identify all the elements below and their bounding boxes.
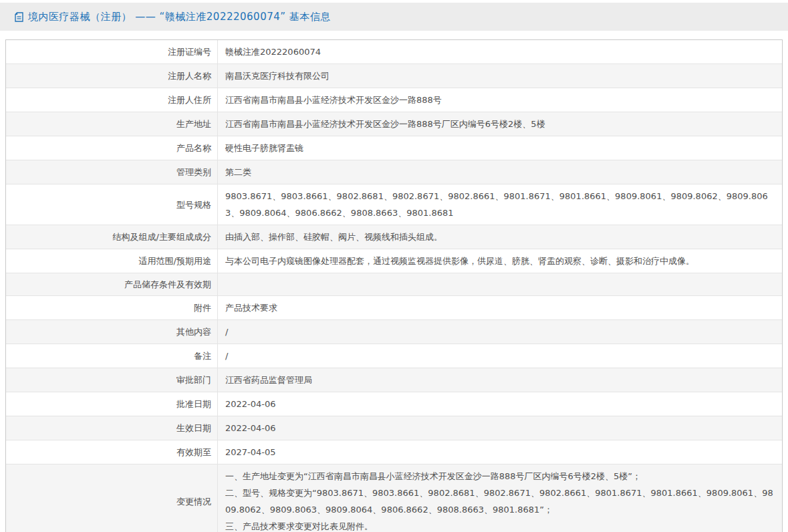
row-label: 审批部门 [6, 368, 218, 392]
row-value [218, 273, 782, 295]
row-label-text: 产品名称 [176, 140, 211, 156]
row-label: 批准日期 [6, 392, 218, 416]
row-label: 附件 [6, 296, 218, 319]
table-row: 注册人住所江西省南昌市南昌县小蓝经济技术开发区金沙一路888号 [6, 88, 782, 112]
table-row: 产品储存条件及有效期 [6, 273, 782, 296]
row-label: 产品名称 [6, 136, 218, 160]
table-row: 变更情况一、生产地址变更为“江西省南昌市南昌县小蓝经济技术开发区金沙一路888号… [6, 464, 782, 532]
row-label-text: 批准日期 [176, 396, 211, 412]
row-value: 硬性电子膀胱肾盂镜 [218, 136, 782, 160]
page-header: 境内医疗器械（注册） —— “赣械注准20222060074” 基本信息 [0, 3, 788, 31]
row-value: 第二类 [218, 160, 782, 184]
row-label-text: 其他内容 [176, 324, 211, 340]
row-value: 江西省南昌市南昌县小蓝经济技术开发区金沙一路888号 [218, 88, 782, 112]
row-label: 结构及组成/主要组成成分 [6, 225, 218, 249]
row-label: 有效期至 [6, 440, 218, 464]
row-label-text: 变更情况 [176, 494, 211, 509]
row-value: 由插入部、操作部、硅胶帽、阀片、视频线和插头组成。 [218, 225, 782, 249]
row-label: 生产地址 [6, 112, 218, 136]
row-label-text: 生效日期 [176, 420, 211, 436]
table-row: 管理类别第二类 [6, 160, 782, 184]
table-row: 审批部门江西省药品监督管理局 [6, 368, 782, 392]
row-value: 2022-04-06 [218, 392, 782, 416]
table-row: 结构及组成/主要组成成分由插入部、操作部、硅胶帽、阀片、视频线和插头组成。 [6, 225, 782, 249]
row-label-text: 结构及组成/主要组成成分 [113, 229, 211, 245]
row-value: 江西省药品监督管理局 [218, 368, 782, 392]
table-row: 生产地址江西省南昌市南昌县小蓝经济技术开发区金沙一路888号厂区内编号6号楼2楼… [6, 112, 782, 136]
row-label: 备注 [6, 344, 218, 368]
table-row: 有效期至2027-04-05 [6, 440, 782, 464]
row-label: 注册人名称 [6, 64, 218, 88]
table-row: 附件产品技术要求 [6, 296, 782, 320]
row-value: / [218, 320, 782, 344]
row-label: 其他内容 [6, 320, 218, 344]
row-label-text: 附件 [194, 300, 211, 315]
row-label-text: 型号规格 [176, 197, 211, 213]
row-label: 注册证编号 [6, 40, 218, 63]
row-value: 与本公司电子内窥镜图像处理器配套，通过视频监视器提供影像，供尿道、膀胱、肾盂的观… [218, 249, 782, 273]
table-row: 产品名称硬性电子膀胱肾盂镜 [6, 136, 782, 160]
row-label-text: 管理类别 [176, 164, 211, 180]
row-label-text: 注册人住所 [168, 92, 211, 108]
table-row: 注册人名称南昌沃克医疗科技有限公司 [6, 64, 782, 88]
page-title: 境内医疗器械（注册） —— “赣械注准20222060074” 基本信息 [28, 11, 331, 23]
row-value: 江西省南昌市南昌县小蓝经济技术开发区金沙一路888号厂区内编号6号楼2楼、5楼 [218, 112, 782, 136]
change-line: 二、型号、规格变更为“9803.8671、9803.8661、9802.8681… [225, 485, 775, 518]
row-label-text: 注册人名称 [168, 68, 211, 84]
row-label-text: 适用范围/预期用途 [139, 253, 211, 269]
table-row: 其他内容/ [6, 320, 782, 344]
table-row: 注册证编号赣械注准20222060074 [6, 40, 782, 64]
row-value: 9803.8671、9803.8661、9802.8681、9802.8671、… [218, 184, 782, 225]
row-value: 2027-04-05 [218, 440, 782, 464]
row-label-text: 有效期至 [176, 444, 211, 460]
row-label-text: 生产地址 [176, 116, 211, 132]
table-row: 适用范围/预期用途与本公司电子内窥镜图像处理器配套，通过视频监视器提供影像，供尿… [6, 249, 782, 273]
row-label-text: 备注 [194, 348, 211, 364]
row-value: 南昌沃克医疗科技有限公司 [218, 64, 782, 88]
row-label: 变更情况 [6, 464, 218, 532]
row-label: 产品储存条件及有效期 [6, 273, 218, 295]
registration-table: 注册证编号赣械注准20222060074注册人名称南昌沃克医疗科技有限公司注册人… [5, 39, 783, 532]
row-value: 赣械注准20222060074 [218, 40, 782, 63]
document-icon [15, 12, 23, 22]
row-value: 2022-04-06 [218, 416, 782, 440]
row-label: 管理类别 [6, 160, 218, 184]
table-row: 型号规格9803.8671、9803.8661、9802.8681、9802.8… [6, 184, 782, 225]
row-label-text: 审批部门 [176, 372, 211, 388]
table-row: 批准日期2022-04-06 [6, 392, 782, 416]
table-row: 备注/ [6, 344, 782, 368]
row-value: 一、生产地址变更为“江西省南昌市南昌县小蓝经济技术开发区金沙一路888号厂区内编… [218, 464, 782, 532]
change-line: 一、生产地址变更为“江西省南昌市南昌县小蓝经济技术开发区金沙一路888号厂区内编… [225, 468, 775, 485]
row-value: 产品技术要求 [218, 296, 782, 319]
row-label: 适用范围/预期用途 [6, 249, 218, 273]
row-label-text: 产品储存条件及有效期 [124, 277, 211, 292]
table-row: 生效日期2022-04-06 [6, 416, 782, 440]
row-label: 生效日期 [6, 416, 218, 440]
row-value: / [218, 344, 782, 368]
change-line: 三、产品技术要求变更对比表见附件。 [225, 518, 775, 532]
row-label-text: 注册证编号 [168, 44, 211, 59]
row-label: 型号规格 [6, 184, 218, 225]
row-label: 注册人住所 [6, 88, 218, 112]
